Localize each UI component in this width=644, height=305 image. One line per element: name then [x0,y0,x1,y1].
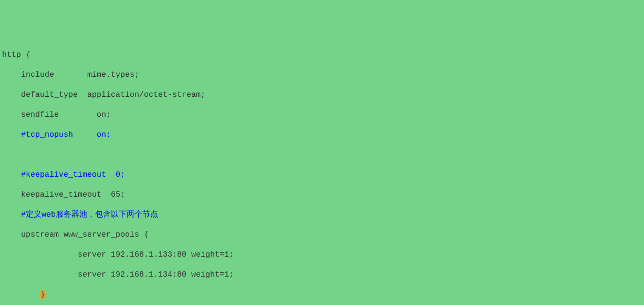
comment-line: #定义web服务器池，包含以下两个节点 [2,210,644,220]
blank-line [2,150,644,160]
code-line: sendfile on; [2,110,644,120]
highlighted-brace: } [40,290,46,299]
code-line: server 192.168.1.133:80 weight=1; [2,250,644,260]
comment-line: #keepalive_timeout 0; [2,170,644,180]
code-line: default_type application/octet-stream; [2,90,644,100]
code-line: keepalive_timeout 65; [2,190,644,200]
nginx-config-code: http { include mime.types; default_type … [0,40,644,305]
code-line: include mime.types; [2,70,644,80]
code-line: } [2,290,644,300]
code-line: server 192.168.1.134:80 weight=1; [2,270,644,280]
code-line: upstream www_server_pools { [2,230,644,240]
indent [2,290,40,299]
comment-line: #tcp_nopush on; [2,130,644,140]
code-line: http { [2,50,644,60]
